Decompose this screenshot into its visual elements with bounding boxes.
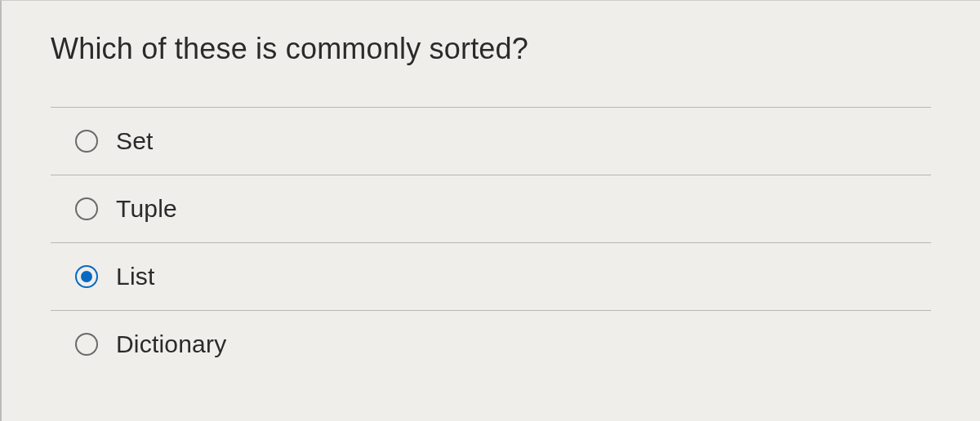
option-label: Dictionary — [116, 330, 226, 358]
option-label: List — [116, 263, 155, 290]
option-label: Tuple — [116, 195, 177, 223]
quiz-container: Which of these is commonly sorted? Set T… — [0, 0, 980, 421]
radio-icon — [75, 197, 98, 220]
radio-dot-icon — [81, 271, 92, 282]
question-block: Which of these is commonly sorted? — [2, 1, 980, 107]
option-dictionary[interactable]: Dictionary — [51, 310, 931, 378]
option-tuple[interactable]: Tuple — [51, 175, 931, 242]
radio-icon — [75, 333, 98, 356]
option-label: Set — [116, 127, 154, 155]
option-list[interactable]: List — [51, 242, 931, 310]
options-list: Set Tuple List Dictionary — [2, 107, 980, 378]
option-set[interactable]: Set — [51, 107, 931, 175]
question-text: Which of these is commonly sorted? — [51, 32, 931, 66]
radio-icon — [75, 265, 98, 288]
radio-icon — [75, 130, 98, 153]
